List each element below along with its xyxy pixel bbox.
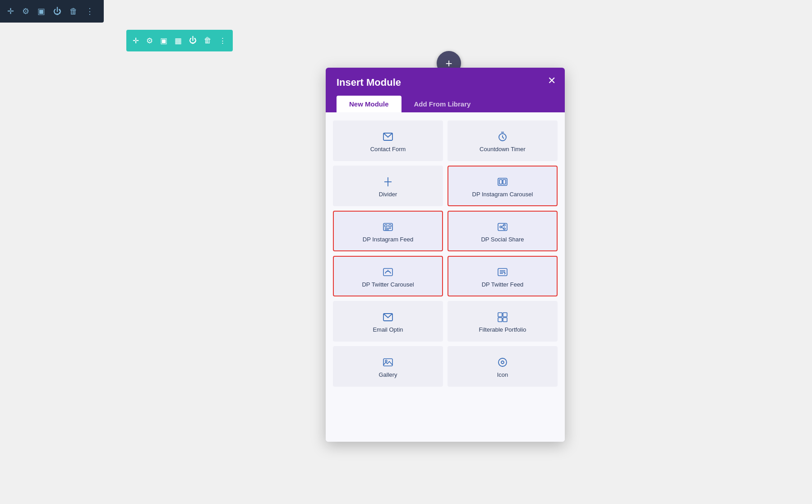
module-item-divider[interactable]: Divider [333, 166, 443, 206]
svg-point-33 [501, 361, 504, 364]
svg-rect-10 [389, 225, 391, 227]
instagram-carousel-icon [497, 176, 508, 187]
svg-rect-6 [499, 180, 502, 184]
module-label-dp-twitter-carousel: DP Twitter Carousel [362, 281, 414, 288]
module-label-dp-instagram-carousel: DP Instagram Carousel [472, 191, 533, 198]
row-power-icon[interactable]: ⏻ [189, 36, 197, 45]
module-label-gallery: Gallery [378, 371, 397, 378]
row-duplicate-icon[interactable]: ▣ [160, 36, 167, 46]
module-item-countdown-timer[interactable]: Countdown Timer [448, 120, 558, 161]
svg-point-16 [503, 228, 505, 230]
svg-rect-9 [385, 225, 387, 227]
gallery-icon [383, 357, 393, 368]
email-optin-icon [383, 312, 393, 323]
modal-title: Insert Module [337, 77, 554, 88]
row-columns-icon[interactable]: ▦ [175, 36, 182, 46]
module-label-dp-instagram-feed: DP Instagram Feed [363, 236, 413, 243]
social-share-icon [497, 222, 508, 232]
module-label-dp-social-share: DP Social Share [481, 236, 524, 243]
modal-body: Contact Form Countdown Timer Divider [326, 112, 565, 442]
module-label-countdown-timer: Countdown Timer [480, 146, 526, 153]
svg-rect-30 [383, 359, 392, 366]
module-item-dp-twitter-carousel[interactable]: DP Twitter Carousel [333, 256, 443, 296]
module-item-dp-instagram-feed[interactable]: DP Instagram Feed [333, 211, 443, 251]
svg-rect-13 [498, 223, 507, 231]
row-more-icon[interactable]: ⋮ [219, 36, 226, 46]
module-item-dp-social-share[interactable]: DP Social Share [448, 211, 558, 251]
delete-icon[interactable]: 🗑 [69, 7, 78, 16]
tab-new-module[interactable]: New Module [337, 96, 401, 112]
svg-rect-26 [498, 313, 502, 317]
module-label-icon: Icon [497, 371, 508, 378]
svg-rect-29 [503, 318, 507, 322]
module-item-email-optin[interactable]: Email Optin [333, 301, 443, 342]
svg-point-31 [385, 360, 387, 362]
module-item-dp-twitter-feed[interactable]: DP Twitter Feed [448, 256, 558, 296]
module-grid: Contact Form Countdown Timer Divider [333, 120, 558, 387]
filterable-portfolio-icon [497, 312, 508, 323]
row-settings-icon[interactable]: ⚙ [146, 36, 153, 46]
svg-point-15 [503, 224, 505, 226]
svg-line-17 [502, 226, 503, 227]
svg-line-18 [502, 227, 503, 228]
more-icon[interactable]: ⋮ [86, 6, 94, 16]
module-item-dp-instagram-carousel[interactable]: DP Instagram Carousel [448, 166, 558, 206]
svg-point-32 [498, 358, 507, 366]
modal-header: Insert Module ✕ New Module Add From Libr… [326, 68, 565, 112]
svg-rect-19 [383, 268, 392, 276]
move-icon[interactable]: ✛ [7, 6, 14, 16]
settings-icon[interactable]: ⚙ [22, 6, 29, 16]
divider-icon [383, 176, 393, 187]
modal-tabs: New Module Add From Library [337, 96, 554, 112]
module-label-divider: Divider [379, 191, 397, 198]
module-item-filterable-portfolio[interactable]: Filterable Portfolio [448, 301, 558, 342]
top-toolbar: ✛ ⚙ ▣ ⏻ 🗑 ⋮ [0, 0, 104, 23]
instagram-feed-icon [383, 222, 393, 232]
row-toolbar: ✛ ⚙ ▣ ▦ ⏻ 🗑 ⋮ [126, 30, 233, 51]
row-move-icon[interactable]: ✛ [133, 36, 139, 46]
twitter-carousel-icon [383, 267, 393, 277]
module-label-dp-twitter-feed: DP Twitter Feed [482, 281, 524, 288]
twitter-feed-icon [497, 267, 508, 277]
svg-point-14 [500, 226, 502, 228]
module-item-icon[interactable]: Icon [448, 346, 558, 387]
module-label-contact-form: Contact Form [370, 146, 406, 153]
module-label-filterable-portfolio: Filterable Portfolio [479, 326, 526, 333]
clock-icon [497, 131, 508, 142]
power-icon[interactable]: ⏻ [53, 7, 61, 16]
module-item-gallery[interactable]: Gallery [333, 346, 443, 387]
envelope-icon [383, 131, 393, 142]
svg-rect-28 [498, 318, 502, 322]
module-label-email-optin: Email Optin [373, 326, 403, 333]
module-item-contact-form[interactable]: Contact Form [333, 120, 443, 161]
tab-add-from-library[interactable]: Add From Library [401, 96, 484, 112]
duplicate-icon[interactable]: ▣ [37, 6, 45, 16]
row-delete-icon[interactable]: 🗑 [204, 36, 212, 45]
modal-close-button[interactable]: ✕ [548, 76, 556, 86]
icon-circle-icon [497, 357, 508, 368]
svg-rect-7 [503, 180, 506, 184]
svg-rect-27 [503, 313, 507, 317]
insert-module-modal: Insert Module ✕ New Module Add From Libr… [326, 68, 565, 442]
